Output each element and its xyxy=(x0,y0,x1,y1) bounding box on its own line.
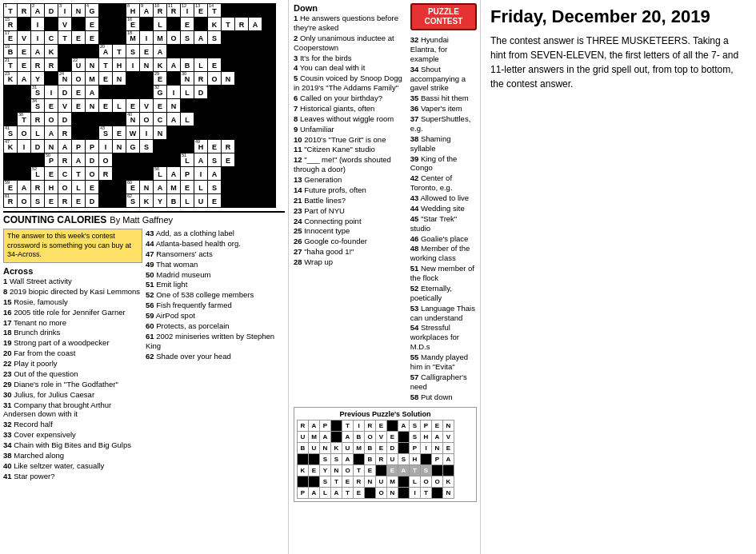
down-clues-right: 32 Hyundai Elantra, for example 34 Shout… xyxy=(410,35,477,401)
cell: Y xyxy=(154,194,167,208)
cell-black xyxy=(4,167,18,181)
down-23: 23 Part of NYU xyxy=(294,206,406,216)
cell-black xyxy=(249,4,262,18)
badge-line2: CONTEST xyxy=(417,17,470,26)
cell: 60E xyxy=(126,181,140,194)
cell: D xyxy=(194,86,208,99)
cell: 30N xyxy=(181,72,194,86)
cell: 38T xyxy=(18,113,31,126)
cell-black xyxy=(235,113,249,126)
cell-black xyxy=(99,18,113,31)
cell: N xyxy=(140,58,154,72)
down-14: 14 Future profs, often xyxy=(294,185,406,195)
cell-black xyxy=(72,18,86,31)
cell: H xyxy=(45,181,58,194)
cell-black xyxy=(113,153,126,167)
cell-black xyxy=(262,58,276,72)
cell-black xyxy=(154,153,167,167)
clue-43: 43 Add, as a clothing label xyxy=(146,229,285,238)
cell-black xyxy=(126,86,140,99)
cell: L xyxy=(181,113,194,126)
clue-61: 61 2002 miniseries written by Stephen Ki… xyxy=(146,332,285,351)
cell: E xyxy=(72,99,86,113)
cell: A xyxy=(72,153,86,167)
cell-black xyxy=(222,86,235,99)
cell: L xyxy=(31,126,45,140)
cell: N xyxy=(222,72,235,86)
down-36: 36 Vaper's item xyxy=(410,104,477,114)
cell-black xyxy=(4,153,18,167)
cell: N xyxy=(113,72,126,86)
cell: 29E xyxy=(154,72,167,86)
down-3: 3 It's for the birds xyxy=(294,54,406,63)
cell: O xyxy=(72,72,86,86)
clue-49: 49 That woman xyxy=(146,260,285,269)
cell: 9A xyxy=(140,4,154,18)
cell: V xyxy=(140,99,154,113)
cell: N xyxy=(167,99,181,113)
cell: R xyxy=(58,126,72,140)
cell-black xyxy=(99,31,113,45)
down-39: 39 King of the Congo xyxy=(410,154,477,173)
cell-black xyxy=(99,181,113,194)
cell: V xyxy=(58,18,72,31)
cell: 15R xyxy=(4,18,18,31)
cell-black xyxy=(18,86,31,99)
cell: E xyxy=(181,18,194,31)
cell-black xyxy=(222,58,235,72)
cell-black xyxy=(208,99,222,113)
cell-black xyxy=(4,86,18,99)
cell-black xyxy=(262,45,276,58)
cell: O xyxy=(140,113,154,126)
down-54: 54 Stressful workplaces for M.D.s xyxy=(410,323,477,352)
cell: R xyxy=(58,194,72,208)
cell: 23K xyxy=(4,72,18,86)
cell: R xyxy=(222,140,235,153)
cell: A xyxy=(18,72,31,86)
cell: T xyxy=(58,31,72,45)
cell: W xyxy=(126,126,140,140)
middle-panel: Down 1 He answers questions before they'… xyxy=(288,0,480,554)
cell: E xyxy=(99,72,113,86)
cell: D xyxy=(31,140,45,153)
cell-black xyxy=(249,99,262,113)
cell: I xyxy=(31,18,45,31)
cell: 19B xyxy=(4,45,18,58)
cell-black xyxy=(113,167,126,181)
down-45: 45 "Star Trek" studio xyxy=(410,214,477,233)
down-10: 10 2010's "True Grit" is one xyxy=(294,135,406,145)
down-35: 35 Bassi hit them xyxy=(410,94,477,103)
cell-black xyxy=(113,181,126,194)
cell: 20A xyxy=(99,45,113,58)
clue-17: 17 Tenant no more xyxy=(3,318,142,328)
clue-40: 40 Like seltzer water, casually xyxy=(3,461,142,471)
cell-black xyxy=(181,140,194,153)
cell: 22U xyxy=(72,58,86,72)
cell-black xyxy=(194,45,208,58)
cell: P xyxy=(72,140,86,153)
clue-8: 8 2019 biopic directed by Kasi Lemmons xyxy=(3,287,142,297)
cell: A xyxy=(58,140,72,153)
cell: 1T xyxy=(4,4,18,18)
cell: M xyxy=(154,31,167,45)
cell-black xyxy=(194,113,208,126)
down-44: 44 Wedding site xyxy=(410,204,477,213)
cell-black xyxy=(262,181,276,194)
clue-30: 30 Julius, for Julius Caesar xyxy=(3,390,142,400)
cell-black xyxy=(140,153,154,167)
cell: O xyxy=(167,31,181,45)
cell-black xyxy=(262,126,276,140)
cell-black xyxy=(140,72,154,86)
contest-box: The answer to this week's contest crossw… xyxy=(3,229,142,263)
cell-black xyxy=(262,4,276,18)
clue-56: 56 Fish frequently farmed xyxy=(146,301,285,310)
clue-50: 50 Madrid museum xyxy=(146,270,285,280)
cell-black xyxy=(99,4,113,18)
clue-60: 60 Protects, as porcelain xyxy=(146,321,285,331)
cell: I xyxy=(45,86,58,99)
cell: I xyxy=(31,31,45,45)
cell-black xyxy=(113,31,126,45)
cell: O xyxy=(86,167,99,181)
left-panel: 1T R 2A D 3I N 4G 8H 9A 10R 11R 12I 13E … xyxy=(0,0,288,554)
down-5: 5 Cousin voiced by Snoop Dogg in 2019's … xyxy=(294,74,406,93)
